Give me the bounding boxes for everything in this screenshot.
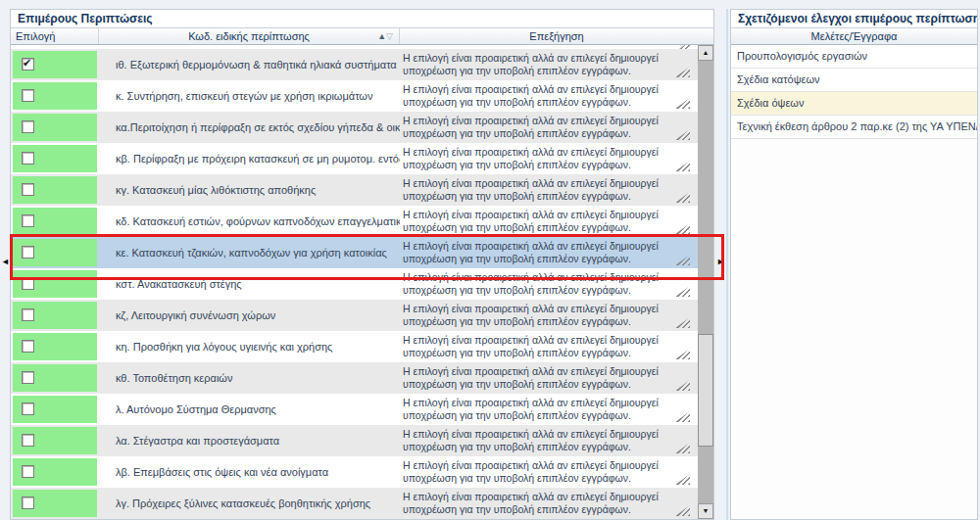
- resize-grip-icon[interactable]: [675, 223, 690, 234]
- document-label: Τεχνική έκθεση άρθρου 2 παρ.κε (2) της Υ…: [737, 120, 977, 132]
- case-checkbox[interactable]: ✔: [22, 152, 34, 165]
- resize-grip-icon[interactable]: [675, 98, 690, 109]
- case-checkbox[interactable]: ✔: [22, 496, 34, 509]
- sort-ascending-icon[interactable]: ▲: [377, 31, 386, 41]
- document-label: Σχέδια όψεων: [737, 97, 804, 109]
- case-checkbox[interactable]: ✔: [22, 340, 34, 353]
- resize-grip-icon[interactable]: [675, 505, 690, 516]
- resize-grip-icon[interactable]: [675, 129, 690, 140]
- table-row[interactable]: ✔ κ. Συντήρηση, επισκευή στεγών με χρήση…: [11, 80, 698, 112]
- table-row[interactable]: ✔ κστ. Ανακατασκευή στέγης Η επιλογή είν…: [11, 268, 698, 300]
- table-row[interactable]: ✔ λγ. Πρόχειρες ξύλινες κατασκευές βοηθη…: [11, 488, 698, 519]
- table-row[interactable]: ✔ κδ. Κατασκευή εστιών, φούρνων καπνοδόχ…: [11, 206, 698, 237]
- resize-grip-icon[interactable]: [675, 349, 690, 359]
- select-cell: ✔: [11, 206, 99, 237]
- select-cell: ✔: [11, 362, 99, 394]
- scrollbar-thumb[interactable]: [698, 334, 713, 447]
- select-cell-green: ✔: [13, 208, 97, 235]
- check-icon: ✔: [23, 57, 31, 70]
- select-cell-green: ✔: [13, 364, 97, 392]
- sort-icons[interactable]: ▲▽: [377, 28, 393, 44]
- resize-grip-icon[interactable]: [675, 286, 690, 297]
- table-row[interactable]: ✔ λ. Αυτόνομο Σύστημα Θερμανσης Η επιλογ…: [11, 394, 698, 425]
- explanation-text: Η επιλογή είναι προαιρετική αλλά αν επιλ…: [403, 428, 659, 452]
- table-row[interactable]: ✔ λβ. Επεμβάσεις στις όψεις και νέα ανοί…: [11, 456, 698, 488]
- table-row[interactable]: ✔ κε. Κατασκευή τζακιών, καπνοδόχων για …: [11, 237, 698, 268]
- case-label: κζ, Λειτουργική συνένωση χώρων: [116, 309, 275, 321]
- related-checks-panel: Σχετιζόμενοι έλεγχοι επιμέρους περίπτωση…: [730, 9, 978, 520]
- splitter-collapse-left-icon[interactable]: ◄: [1, 258, 10, 266]
- resize-grip-icon[interactable]: [675, 411, 690, 422]
- list-item[interactable]: Σχέδια όψεων: [731, 92, 977, 116]
- select-cell: ✔: [11, 80, 99, 112]
- case-label: κα.Περιτοίχηση ή περίφραξη σε εκτός σχεδ…: [116, 121, 400, 133]
- select-cell: ✔: [11, 425, 99, 456]
- resize-grip-icon[interactable]: [675, 317, 690, 328]
- resize-grip-icon[interactable]: [675, 161, 690, 171]
- case-label: κστ. Ανακατασκευή στέγης: [116, 278, 242, 290]
- explanation-text: Η επιλογή είναι προαιρετική αλλά αν επιλ…: [403, 271, 659, 296]
- table-row[interactable]: ✔ κθ. Τοποθέτηση κεραιών Η επιλογή είναι…: [11, 362, 698, 394]
- case-label: κγ. Κατασκευή μίας λιθόκτιστης αποθήκης: [116, 184, 316, 196]
- column-header-explanation: Επεξήγηση: [400, 28, 713, 44]
- select-cell: ✔: [11, 49, 99, 80]
- case-checkbox[interactable]: ✔: [22, 277, 34, 290]
- splitter-collapse-right-icon[interactable]: ►: [716, 258, 725, 266]
- list-item[interactable]: Σχέδια κατόψεων: [731, 69, 977, 92]
- select-cell-green: ✔: [13, 239, 97, 266]
- case-checkbox[interactable]: ✔: [22, 371, 34, 384]
- case-label: λγ. Πρόχειρες ξύλινες κατασκευές βοηθητι…: [116, 497, 370, 509]
- table-row[interactable]: ✔ κβ. Περίφραξη με πρόχειρη κατασκευή σε…: [11, 143, 698, 174]
- scrollbar-down-button[interactable]: ▼: [698, 503, 713, 519]
- column-header-code[interactable]: Κωδ. ειδικής περίπτωσης ▲▽: [99, 28, 400, 44]
- resize-grip-icon[interactable]: [675, 192, 690, 203]
- explanation-text: Η επιλογή είναι προαιρετική αλλά αν επιλ…: [403, 115, 659, 139]
- case-checkbox[interactable]: ✔: [22, 58, 34, 71]
- explanation-text: Η επιλογή είναι προαιρετική αλλά αν επιλ…: [403, 52, 659, 76]
- table-row[interactable]: ✔ κη. Προσθήκη για λόγους υγιεινής και χ…: [11, 331, 698, 362]
- related-checks-title: Σχετιζόμενοι έλεγχοι επιμέρους περίπτωση…: [731, 10, 977, 28]
- select-cell: ✔: [11, 112, 99, 143]
- table-row[interactable]: ✔ κα.Περιτοίχηση ή περίφραξη σε εκτός σχ…: [11, 112, 698, 143]
- resize-grip-icon[interactable]: [675, 255, 690, 265]
- case-checkbox[interactable]: ✔: [22, 120, 34, 133]
- panel-splitter[interactable]: [726, 9, 728, 520]
- vertical-scrollbar[interactable]: ▲ ▼: [698, 45, 713, 520]
- resize-grip-icon[interactable]: [675, 67, 690, 77]
- table-row[interactable]: ✔ λα. Στέγαστρα και προστεγάσματα Η επιλ…: [11, 425, 698, 456]
- scroll-down-icon: ▼: [703, 507, 710, 514]
- case-label: κε. Κατασκευή τζακιών, καπνοδόχων για χρ…: [116, 247, 387, 259]
- select-cell: ✔: [11, 174, 99, 206]
- table-row[interactable]: ✔ κγ. Κατασκευή μίας λιθόκτιστης αποθήκη…: [11, 174, 698, 206]
- select-cell: ✔: [11, 331, 99, 362]
- case-checkbox[interactable]: ✔: [22, 402, 34, 415]
- explanation-text: Η επιλογή είναι προαιρετική αλλά αν επιλ…: [403, 303, 659, 327]
- case-checkbox[interactable]: ✔: [22, 434, 34, 447]
- resize-grip-icon[interactable]: [675, 380, 690, 391]
- select-cell-green: ✔: [13, 490, 97, 517]
- case-checkbox[interactable]: ✔: [22, 246, 34, 259]
- select-cell: ✔: [11, 488, 99, 519]
- list-item[interactable]: Προυπολογισμός εργασιών: [731, 45, 977, 69]
- select-cell-green: ✔: [13, 333, 97, 360]
- cases-panel: Επιμέρους Περιπτώσεις Επιλογή Κωδ. ειδικ…: [10, 9, 714, 520]
- explanation-text: Η επιλογή είναι προαιρετική αλλά αν επιλ…: [403, 334, 659, 358]
- case-checkbox[interactable]: ✔: [22, 308, 34, 321]
- case-checkbox[interactable]: ✔: [22, 465, 34, 478]
- scroll-up-icon: ▲: [703, 49, 710, 56]
- table-row[interactable]: ✔ ιθ. Εξωτερική θερμομόνωση & παθητικά η…: [11, 49, 698, 80]
- select-cell-green: ✔: [13, 458, 97, 486]
- list-item[interactable]: Τεχνική έκθεση άρθρου 2 παρ.κε (2) της Υ…: [731, 116, 977, 139]
- resize-grip-icon[interactable]: [675, 443, 690, 453]
- resize-grip-icon[interactable]: [675, 474, 690, 485]
- select-cell-green: ✔: [13, 82, 97, 110]
- case-checkbox[interactable]: ✔: [22, 89, 34, 102]
- sort-descending-icon[interactable]: ▽: [386, 31, 393, 41]
- explanation-text: Η επιλογή είναι προαιρετική αλλά αν επιλ…: [403, 146, 659, 170]
- scrollbar-up-button[interactable]: ▲: [698, 45, 713, 61]
- case-checkbox[interactable]: ✔: [22, 214, 34, 227]
- case-checkbox[interactable]: ✔: [22, 183, 34, 196]
- select-cell: ✔: [11, 394, 99, 425]
- table-row[interactable]: ✔ κζ, Λειτουργική συνένωση χώρων Η επιλο…: [11, 300, 698, 331]
- cases-grid-header: Επιλογή Κωδ. ειδικής περίπτωσης ▲▽ Επεξή…: [11, 28, 713, 45]
